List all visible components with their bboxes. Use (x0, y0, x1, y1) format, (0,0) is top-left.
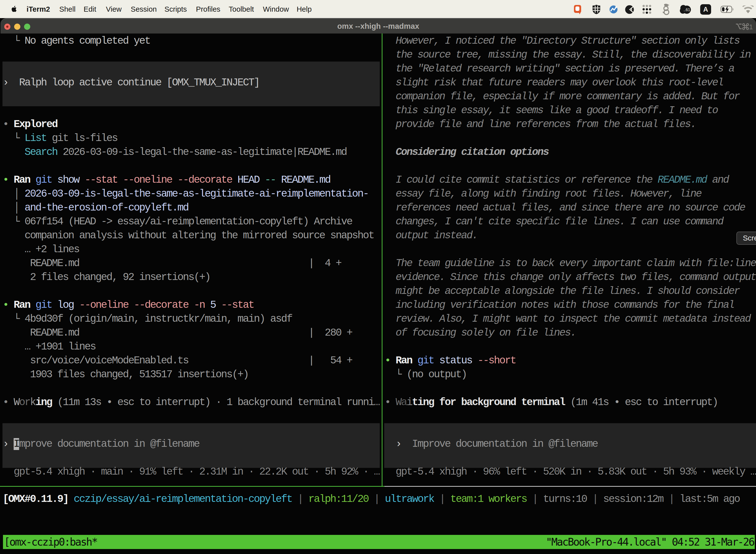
svg-text:1: 1 (749, 23, 753, 31)
svg-text:..61: ..61 (684, 8, 690, 12)
